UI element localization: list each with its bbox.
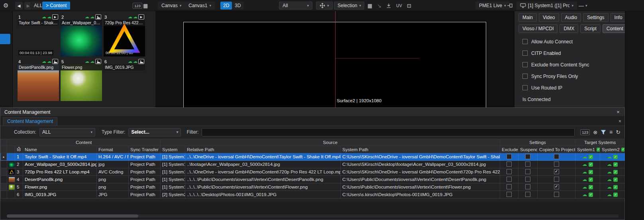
- content-management-titlebar[interactable]: Content Management ×: [0, 108, 624, 117]
- table-row[interactable]: 6 IMG_0019.JPG JPG Project Path [2] Syst…: [1, 191, 625, 199]
- collection-dropdown[interactable]: ALL▾: [39, 128, 95, 136]
- suspend-checkbox[interactable]: [525, 184, 530, 189]
- suspend-checkbox[interactable]: [525, 169, 530, 174]
- media-thumbnail-card[interactable]: 4 ☁ ☁ DesertPano8k.png: [18, 58, 59, 101]
- tab-content-management[interactable]: Content Management: [3, 117, 57, 126]
- cell-name[interactable]: Acer_Wallpaper_03_5000x2814.jpg: [23, 161, 97, 168]
- exclude-checkbox[interactable]: [507, 192, 512, 197]
- column-header-format[interactable]: Format: [97, 146, 129, 153]
- horizontal-scrollbar[interactable]: [7, 214, 619, 218]
- active-tool-indicator[interactable]: [0, 34, 10, 44]
- column-header-exclude[interactable]: Exclude: [500, 146, 518, 153]
- tab-info[interactable]: Info: [611, 13, 625, 22]
- row-selector-cell[interactable]: [1, 161, 7, 168]
- suspend-checkbox[interactable]: [525, 154, 530, 159]
- media-thumbnail-card[interactable]: 6 ☁ ☁ IMG_0019.JPG: [104, 58, 145, 101]
- settings-menu[interactable]: ⚙: [3, 1, 8, 10]
- column-header-id[interactable]: ▲Id: [15, 146, 23, 153]
- tab-dmx[interactable]: DMX: [560, 24, 578, 33]
- media-thumbnail-card[interactable]: 5 ☁ ☁ Flower.png: [61, 58, 102, 101]
- column-header-relative-path[interactable]: Relative Path: [185, 146, 341, 153]
- tab-script[interactable]: Script: [580, 24, 601, 33]
- exclude-checkbox[interactable]: [507, 177, 512, 182]
- row-selector-cell[interactable]: [1, 176, 7, 183]
- refresh-icon[interactable]: ↻: [616, 129, 620, 135]
- suspend-checkbox[interactable]: [525, 162, 530, 167]
- table-row[interactable]: 4 DesertPano8k.png png Project Path [1] …: [1, 176, 625, 183]
- table-row[interactable]: ▸ 1 Taylor Swift - Shake It Off.mp4 H.26…: [1, 153, 625, 161]
- marquee-icon[interactable]: ⊡: [407, 3, 411, 9]
- view-3d-button[interactable]: 3D: [232, 2, 243, 10]
- copied-to-project-checkbox[interactable]: [554, 162, 559, 167]
- cell-name[interactable]: Taylor Swift - Shake It Off.mp4: [23, 153, 97, 161]
- canvas-viewport[interactable]: Surface2 | 1920x1080: [155, 11, 514, 107]
- system-dropdown[interactable]: [1] System1 ([1] Pro ▾: [516, 2, 577, 10]
- copied-to-project-checkbox[interactable]: [554, 169, 559, 174]
- cell-name[interactable]: 720p Pro Res 422 LT Loop.mp4: [23, 168, 97, 176]
- exclude-content-sync-checkbox[interactable]: [522, 62, 528, 67]
- column-header-copied-to-project[interactable]: Copied To Project: [538, 146, 575, 153]
- filter-funnel-icon[interactable]: [601, 130, 606, 135]
- tab-vioso-mpcdi[interactable]: Vioso / MPCDI: [518, 24, 558, 33]
- thumbnail-view-button[interactable]: ▦: [143, 1, 148, 10]
- canvas-filter-dropdown[interactable]: All▾: [279, 2, 312, 10]
- close-icon[interactable]: ×: [618, 119, 621, 124]
- use-routed-ip-checkbox[interactable]: [522, 85, 528, 90]
- pme-pin-button[interactable]: [507, 1, 513, 10]
- table-row[interactable]: 3 720p Pro Res 422 LT Loop.mp4 AVC Codin…: [1, 168, 625, 176]
- copied-to-project-checkbox[interactable]: [554, 177, 559, 182]
- move-tool-dropdown[interactable]: ▾: [316, 2, 333, 10]
- menu-icon[interactable]: ≡: [609, 129, 613, 135]
- import-icon[interactable]: [386, 3, 391, 8]
- pme-dropdown[interactable]: PME1 Live▾: [475, 2, 510, 10]
- count-badge[interactable]: 123: [133, 3, 142, 9]
- tab-content-sync[interactable]: Content Sync: [603, 24, 625, 33]
- close-icon[interactable]: ×: [615, 109, 621, 115]
- suspend-checkbox[interactable]: [525, 177, 530, 182]
- column-header-sync-transfer[interactable]: Sync Transfer: [129, 146, 161, 153]
- exclude-checkbox[interactable]: [507, 154, 512, 159]
- copied-to-project-checkbox[interactable]: [554, 154, 559, 159]
- cell-name[interactable]: IMG_0019.JPG: [23, 191, 97, 199]
- tab-audio[interactable]: Audio: [561, 13, 581, 22]
- row-selector-cell[interactable]: [1, 191, 7, 199]
- exclude-checkbox[interactable]: [507, 169, 512, 174]
- clear-filter-icon[interactable]: ⊗: [593, 129, 597, 135]
- suspend-checkbox[interactable]: [525, 192, 530, 197]
- column-header-system[interactable]: System: [161, 146, 185, 153]
- cell-name[interactable]: DesertPano8k.png: [23, 176, 97, 183]
- allow-auto-connect-checkbox[interactable]: [522, 39, 528, 44]
- exclude-checkbox[interactable]: [507, 184, 512, 189]
- content-breadcrumb-button[interactable]: > Content: [42, 2, 70, 10]
- uv-mode-icon[interactable]: UV: [396, 4, 402, 8]
- media-thumbnail-card[interactable]: 1 ☁ ☁ ▶ Taylor Swift - Shake It Off.mp4 …: [18, 14, 59, 56]
- column-header-suspend[interactable]: Suspend: [518, 146, 538, 153]
- media-thumbnail-card[interactable]: 3 ☁ ☁ ▶ 720p Pro Res 422 LT Loop.mp4 00:…: [104, 14, 145, 56]
- canvas1-dropdown[interactable]: Canvas1▾: [185, 2, 215, 10]
- copied-to-project-checkbox[interactable]: [554, 184, 559, 189]
- cell-name[interactable]: Flower.png: [23, 183, 97, 191]
- selection-mode-dropdown[interactable]: Selection▾: [334, 2, 364, 10]
- snap-diagonal-icon[interactable]: ↘: [377, 3, 381, 9]
- tab-video[interactable]: Video: [539, 13, 559, 22]
- column-header-name[interactable]: Name: [23, 146, 97, 153]
- collapse-button[interactable]: —▾: [579, 1, 587, 10]
- column-header-system-path[interactable]: System Path: [341, 146, 500, 153]
- sync-proxy-only-checkbox[interactable]: [522, 74, 528, 79]
- tab-settings[interactable]: Settings: [583, 13, 608, 22]
- row-selector-cell[interactable]: [1, 183, 7, 191]
- exclude-checkbox[interactable]: [507, 162, 512, 167]
- table-row[interactable]: 2 Acer_Wallpaper_03_5000x2814.jpg jpg Pr…: [1, 161, 625, 168]
- media-thumbnail-card[interactable]: 2 ☁ ☁ Acer_Wallpaper_03_5000x2814.jpg: [61, 14, 102, 56]
- filter-input[interactable]: [202, 128, 575, 136]
- view-2d-button[interactable]: 2D: [220, 2, 232, 10]
- citp-enabled-checkbox[interactable]: [522, 51, 528, 56]
- surface-outline[interactable]: [183, 22, 486, 107]
- row-selector-cell[interactable]: [1, 168, 7, 176]
- copied-to-project-checkbox[interactable]: [554, 192, 559, 197]
- grid-snap-icon[interactable]: ▦: [367, 3, 372, 9]
- scrollbar-thumb[interactable]: [7, 214, 138, 218]
- column-header-system2[interactable]: System2✓: [600, 146, 625, 153]
- row-selector-cell[interactable]: ▸: [1, 153, 7, 161]
- tab-main[interactable]: Main: [518, 13, 537, 22]
